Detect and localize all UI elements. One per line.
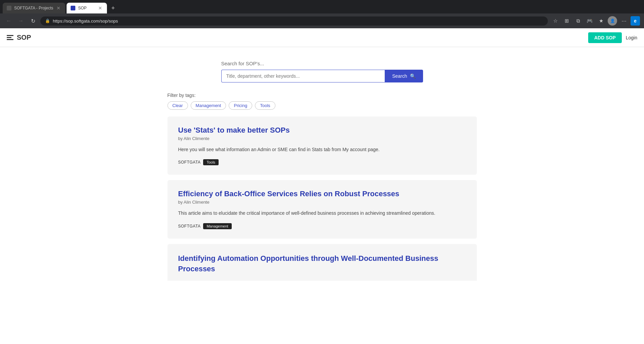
browser-actions: ☆ ⊞ ⧉ 🎮 ★ 👤 ⋯ e [551,16,640,26]
search-button[interactable]: Search 🔍 [385,70,423,82]
split-button[interactable]: ⧉ [573,16,583,26]
header-actions: ADD SOP Login [588,32,637,43]
sop-tags: SOFTGATA Tools [178,159,466,165]
browser-chrome: SOFTGATA - Projects ✕ SOP ✕ + ← → ↻ 🔒 ht… [0,0,644,28]
url-text: https://sop.softgata.com/sop/sops [53,19,118,24]
sop-description: This article aims to elucidate the criti… [178,209,466,217]
sop-author: by Alin Climente [178,136,466,141]
filter-section: Filter by tags: Clear Management Pricing… [167,93,477,116]
sop-title: Use 'Stats' to make better SOPs [178,126,466,135]
search-row: Search 🔍 [221,70,423,82]
sop-tags: SOFTGATA Management [178,223,466,229]
sop-org: SOFTGATA [178,160,201,165]
sop-author: by Alin Climente [178,200,466,205]
edge-icon: e [631,16,640,26]
sop-card[interactable]: Use 'Stats' to make better SOPs by Alin … [167,116,477,175]
sop-tag-badge: Tools [203,159,219,165]
tab-close-active[interactable]: ✕ [98,5,103,11]
sop-card[interactable]: Efficiency of Back-Office Services Relie… [167,180,477,238]
tab-title-inactive: SOFTGATA - Projects [14,6,53,10]
sop-tag-badge: Management [203,223,231,229]
reload-button[interactable]: ↻ [28,16,38,26]
sop-card-partial[interactable]: Identifying Automation Opportunities thr… [167,244,477,281]
filter-tag-management[interactable]: Management [191,101,226,110]
browser-tab-active[interactable]: SOP ✕ [67,3,107,13]
tab-title-active: SOP [78,6,95,10]
back-button[interactable]: ← [4,16,13,26]
forward-button[interactable]: → [16,16,26,26]
app-title: SOP [17,34,31,41]
search-icon: 🔍 [410,73,416,79]
filter-label: Filter by tags: [167,93,477,98]
add-sop-button[interactable]: ADD SOP [588,32,622,43]
sop-title-partial: Identifying Automation Opportunities thr… [178,253,466,274]
browser-toolbar: ← → ↻ 🔒 https://sop.softgata.com/sop/sop… [0,13,644,28]
profile-button[interactable]: 👤 [608,16,617,26]
sop-org: SOFTGATA [178,224,201,229]
tab-favicon-active [71,6,75,10]
filter-tag-clear[interactable]: Clear [167,101,188,110]
lock-icon: 🔒 [45,19,50,23]
app-header: SOP ADD SOP Login [0,28,644,47]
filter-tags: Clear Management Pricing Tools [167,101,477,110]
menu-icon [7,35,13,40]
login-button[interactable]: Login [626,35,637,40]
extensions-button[interactable]: ⊞ [562,16,571,26]
tab-favicon [7,6,11,10]
filter-tag-tools[interactable]: Tools [255,101,275,110]
browser-titlebar: SOFTGATA - Projects ✕ SOP ✕ + [0,0,644,13]
filter-tag-pricing[interactable]: Pricing [229,101,252,110]
sop-description: Here you will see what information an Ad… [178,146,466,153]
search-button-label: Search [392,73,407,79]
address-bar[interactable]: 🔒 https://sop.softgata.com/sop/sops [40,16,548,26]
search-section: Search for SOP's... Search 🔍 [167,61,477,82]
sop-title: Efficiency of Back-Office Services Relie… [178,190,466,198]
browser-tab-inactive[interactable]: SOFTGATA - Projects ✕ [3,3,65,13]
new-tab-button[interactable]: + [108,3,118,13]
games-button[interactable]: 🎮 [585,16,594,26]
main-content: Search for SOP's... Search 🔍 Filter by t… [161,47,484,287]
app-logo: SOP [7,34,31,41]
more-button[interactable]: ⋯ [619,16,629,26]
sop-list: Use 'Stats' to make better SOPs by Alin … [167,116,477,281]
search-label: Search for SOP's... [221,61,423,66]
search-input[interactable] [221,70,385,82]
bookmark-button[interactable]: ☆ [551,16,560,26]
app-container: SOP ADD SOP Login Search for SOP's... Se… [0,28,644,344]
tab-close-inactive[interactable]: ✕ [56,5,61,11]
collections-button[interactable]: ★ [596,16,606,26]
